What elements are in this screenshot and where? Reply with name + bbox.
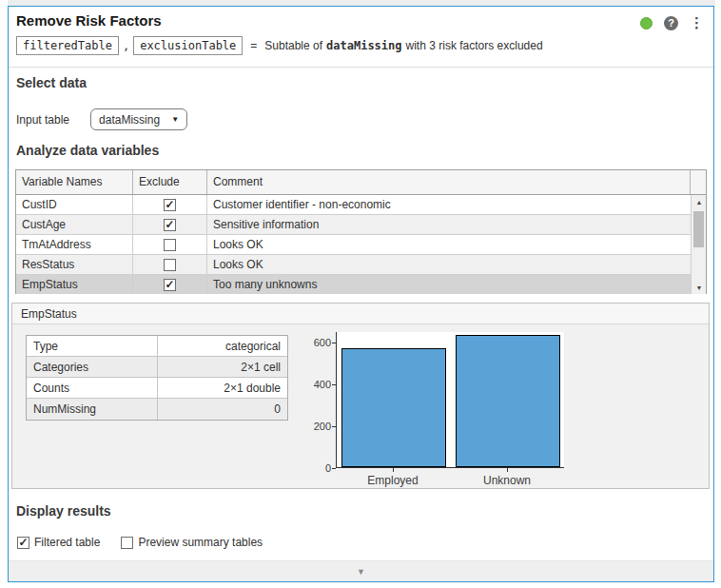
summary-suffix: with 3 risk factors excluded: [406, 39, 543, 52]
input-table-label: Input table: [16, 113, 69, 127]
exclude-checkbox[interactable]: [164, 279, 176, 291]
table-row[interactable]: CustIDCustomer identifier - non-economic: [16, 195, 706, 215]
exclude-cell: [133, 255, 207, 274]
scroll-up-icon[interactable]: ▲: [692, 195, 706, 208]
property-label: Counts: [27, 378, 158, 398]
y-tick-label: 400: [302, 379, 331, 390]
status-green-icon: [640, 17, 653, 29]
exclude-checkbox[interactable]: [164, 239, 176, 251]
comment-cell[interactable]: Customer identifier - non-economic: [207, 195, 706, 214]
property-value: 2×1 double: [158, 378, 287, 398]
header-divider: [9, 67, 713, 68]
task-signature-line: filteredTable , exclusionTable = Subtabl…: [16, 36, 543, 55]
output-var-2[interactable]: exclusionTable: [133, 36, 243, 55]
summary-prefix: Subtable of: [264, 39, 322, 52]
comma-separator: ,: [123, 39, 129, 52]
exclude-checkbox[interactable]: [164, 199, 176, 211]
scroll-down-icon[interactable]: ▼: [692, 281, 706, 294]
col-header-exclude: Exclude: [133, 170, 207, 194]
table-row[interactable]: CustAgeSensitive information: [16, 215, 706, 235]
display-options-row: Filtered tablePreview summary tables: [17, 536, 263, 549]
comment-cell[interactable]: Too many unknowns: [207, 275, 706, 294]
overflow-menu-icon[interactable]: ⋮: [690, 14, 704, 31]
input-table-dropdown-value: dataMissing: [99, 113, 160, 127]
exclude-cell: [133, 215, 207, 234]
plot-area: [336, 332, 564, 468]
exclude-cell: [133, 275, 207, 294]
table-scrollbar[interactable]: ▲ ▼: [691, 195, 706, 294]
property-row: Categories2×1 cell: [27, 357, 287, 378]
property-label: Categories: [27, 357, 158, 377]
x-tick-mark: [393, 468, 394, 472]
chevron-down-icon: ▼: [171, 115, 179, 124]
col-header-variable-names: Variable Names: [16, 170, 133, 194]
property-table: TypecategoricalCategories2×1 cellCounts2…: [26, 335, 288, 421]
variable-name-cell: CustID: [16, 195, 133, 214]
variable-name-cell: CustAge: [16, 215, 133, 234]
x-category-label: Employed: [367, 474, 418, 487]
variables-table-header: Variable Names Exclude Comment: [16, 170, 706, 195]
property-value: 2×1 cell: [158, 357, 287, 377]
bar-employed: [341, 348, 446, 467]
equals-sign: =: [250, 39, 257, 52]
col-header-comment: Comment: [207, 170, 691, 194]
y-tick-mark: [332, 343, 336, 343]
x-tick-mark: [507, 468, 508, 472]
bar-chart: 0200400600EmployedUnknown: [298, 323, 583, 482]
y-tick-mark: [332, 468, 336, 469]
display-option-checkbox[interactable]: [121, 537, 133, 549]
property-row: NumMissing0: [27, 399, 287, 420]
live-task-panel: Remove Risk Factors ? ⋮ filteredTable , …: [8, 6, 714, 582]
x-category-label: Unknown: [483, 474, 531, 487]
comment-cell[interactable]: Sensitive information: [207, 215, 706, 234]
property-row: Counts2×1 double: [27, 378, 287, 399]
variable-name-cell: TmAtAddress: [16, 235, 133, 254]
y-tick-mark: [332, 426, 336, 427]
header-icons: ? ⋮: [640, 14, 704, 31]
help-icon[interactable]: ?: [664, 16, 678, 30]
table-row[interactable]: EmpStatusToo many unknowns: [16, 275, 706, 294]
display-option-label: Filtered table: [34, 536, 100, 549]
task-footer: ▼: [9, 560, 713, 581]
y-tick-mark: [332, 384, 336, 385]
input-table-row: Input table dataMissing ▼: [16, 108, 187, 130]
comment-cell[interactable]: Looks OK: [207, 255, 706, 274]
table-row[interactable]: TmAtAddressLooks OK: [16, 235, 706, 255]
select-data-heading: Select data: [16, 75, 87, 90]
exclude-cell: [133, 195, 207, 214]
output-var-1[interactable]: filteredTable: [16, 36, 119, 55]
property-row: Typecategorical: [27, 336, 287, 357]
editor-below-area: [0, 583, 721, 588]
variable-name-cell: EmpStatus: [16, 275, 133, 294]
collapse-arrow-icon[interactable]: ▼: [357, 567, 365, 577]
input-table-dropdown[interactable]: dataMissing ▼: [90, 108, 187, 130]
detail-panel-title: EmpStatus: [12, 304, 709, 324]
property-value: categorical: [158, 336, 287, 356]
property-label: NumMissing: [27, 399, 158, 420]
y-tick-label: 0: [302, 462, 331, 474]
variable-name-cell: ResStatus: [16, 255, 133, 274]
table-row[interactable]: ResStatusLooks OK: [16, 255, 706, 275]
y-tick-label: 200: [302, 421, 331, 432]
y-tick-label: 600: [302, 337, 331, 348]
scrollbar-thumb[interactable]: [693, 211, 704, 247]
exclude-cell: [133, 235, 207, 254]
display-option: Preview summary tables: [121, 536, 263, 549]
summary-code-token: dataMissing: [326, 39, 401, 52]
comment-cell[interactable]: Looks OK: [207, 235, 706, 254]
display-option-label: Preview summary tables: [138, 536, 263, 549]
display-results-heading: Display results: [16, 503, 111, 519]
analyze-variables-heading: Analyze data variables: [16, 143, 159, 158]
exclude-checkbox[interactable]: [164, 259, 176, 271]
display-option-checkbox[interactable]: [17, 537, 29, 549]
property-value: 0: [158, 399, 287, 420]
display-option: Filtered table: [17, 536, 100, 549]
exclude-checkbox[interactable]: [164, 219, 176, 231]
variables-table-body: CustIDCustomer identifier - non-economic…: [16, 195, 706, 294]
bar-unknown: [456, 335, 560, 467]
task-title: Remove Risk Factors: [16, 12, 162, 29]
variable-detail-panel: EmpStatus TypecategoricalCategories2×1 c…: [11, 303, 710, 489]
col-header-scroll-gutter: [691, 170, 706, 194]
variables-table: Variable Names Exclude Comment CustIDCus…: [15, 169, 707, 294]
property-label: Type: [27, 336, 158, 356]
